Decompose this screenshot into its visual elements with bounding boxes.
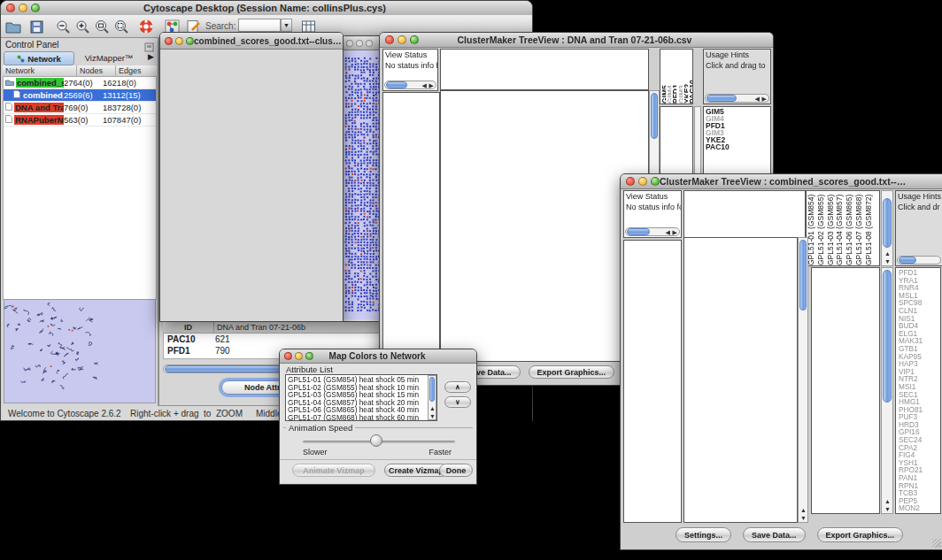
zoom-selected-button[interactable] <box>91 17 112 36</box>
open-file-button[interactable] <box>3 17 24 36</box>
scroll-up-icon[interactable]: ▲ <box>884 498 891 504</box>
attribute-list-scrollbar[interactable]: ▲ ▼ <box>428 375 436 420</box>
network-table-row[interactable]: combined_sco 2569(6) 13112(15) <box>4 89 156 102</box>
close-icon[interactable] <box>6 4 15 12</box>
tv2-zoom-scrollbar[interactable]: ▲ ▼ <box>881 267 893 514</box>
scroll-up-icon[interactable]: ▲ <box>884 250 891 257</box>
tv2-status-scrollbar[interactable]: ◀ ▶ <box>625 227 680 236</box>
tv2-column-label[interactable]: GPL51-02 (GSM855) <box>816 191 826 265</box>
tv1-action-button[interactable]: Export Graphics... <box>529 365 615 379</box>
tv2-action-button[interactable]: Export Graphics... <box>817 527 904 542</box>
scroll-up-icon[interactable]: ▲ <box>429 405 436 411</box>
tv1-row-dendrogram[interactable] <box>382 92 440 362</box>
col-header-edges[interactable]: Edges <box>116 65 157 76</box>
zoom-window-icon[interactable] <box>31 4 40 12</box>
zoom-window-icon[interactable] <box>651 177 660 186</box>
scroll-down-icon[interactable]: ▼ <box>429 413 436 419</box>
zoom-out-button[interactable] <box>52 17 73 36</box>
scroll-up-icon[interactable]: ▲ <box>800 507 807 513</box>
tv1-column-label[interactable]: GIM3 <box>677 50 683 104</box>
minimize-icon[interactable] <box>398 35 406 44</box>
tv2-column-label[interactable]: GPL51-03 (GSM856) <box>826 191 836 265</box>
close-icon[interactable] <box>284 352 292 360</box>
help-button[interactable] <box>135 17 157 36</box>
scroll-left-icon[interactable]: ◀ <box>755 96 760 102</box>
tv2-row-dendrogram-canvas[interactable] <box>624 241 681 522</box>
network-overview-panel[interactable] <box>4 299 156 403</box>
scroll-down-icon[interactable]: ▼ <box>884 506 891 512</box>
network-view-canvas[interactable] <box>162 50 341 320</box>
scroll-right-icon[interactable]: ▶ <box>673 229 677 235</box>
dialog-titlebar[interactable]: Map Colors to Network <box>280 349 476 364</box>
tv2-status-scroll-thumb[interactable] <box>627 228 650 235</box>
tv2-usage-scroll-thumb[interactable] <box>899 257 916 264</box>
tv1-column-dendrogram[interactable] <box>440 49 649 90</box>
tv1-column-label[interactable]: PFD1 <box>671 50 676 104</box>
search-input[interactable] <box>238 19 281 32</box>
tv1-column-dendrogram-canvas[interactable] <box>441 50 648 89</box>
search-dropdown-button[interactable]: ▼ <box>281 19 292 32</box>
minimize-icon[interactable] <box>19 4 27 12</box>
tv2-vscrollbar[interactable]: ▲ ▼ <box>798 237 808 523</box>
tv2-usage-scrollbar[interactable] <box>897 256 941 265</box>
tv2-column-label[interactable]: GPL51-08 (GSM872) <box>864 191 874 265</box>
tv1-column-label[interactable]: PAC10 <box>688 50 693 104</box>
data-col-id[interactable]: ID <box>163 322 214 333</box>
tab-vizmapper[interactable]: VizMapper™ <box>74 51 143 64</box>
minimize-icon[interactable] <box>295 352 303 360</box>
speed-slider-thumb[interactable] <box>370 434 382 447</box>
zoom-window-icon[interactable] <box>366 40 373 47</box>
tv2-row-dendrogram[interactable] <box>623 240 682 523</box>
zoom-window-icon[interactable] <box>186 37 194 45</box>
treeview2-titlebar[interactable]: ClusterMaker TreeView : combined_scores_… <box>621 174 942 189</box>
network-table-row[interactable]: DNA and Tran 07 769(0) 183728(0) <box>4 102 156 114</box>
network-overview-canvas[interactable] <box>4 300 155 403</box>
col-header-network[interactable]: Network <box>3 65 77 76</box>
tv2-heatmap[interactable] <box>683 237 798 523</box>
scroll-left-icon[interactable]: ◀ <box>666 229 670 235</box>
zoom-fit-button[interactable] <box>111 17 132 36</box>
tv2-column-label[interactable]: GPL51-07 (GSM868) <box>854 191 864 265</box>
tv1-usage-scroll-thumb[interactable] <box>706 95 737 102</box>
scroll-right-icon[interactable]: ▶ <box>429 82 434 88</box>
close-icon[interactable] <box>385 35 394 44</box>
tv2-zoom-view[interactable] <box>811 267 880 514</box>
tv1-status-scrollbar[interactable]: ◀ ▶ <box>384 81 436 89</box>
attribute-list[interactable]: GPL51-01 (GSM854) heat shock 05 minGPL51… <box>285 374 437 421</box>
network2-titlebar[interactable] <box>343 36 384 50</box>
tv1-heatmap[interactable] <box>440 90 649 362</box>
tv1-usage-scrollbar[interactable]: ◀ ▶ <box>705 94 769 103</box>
network-view-titlebar[interactable]: combined_scores_good.txt--cluste... <box>160 33 343 50</box>
network-table-row[interactable]: RNAPuberNov2+I 563(0) 107847(0) <box>4 114 156 127</box>
tv1-heatmap-canvas[interactable] <box>441 91 648 361</box>
close-icon[interactable] <box>346 40 353 47</box>
minimize-icon[interactable] <box>638 177 647 186</box>
tab-overflow-arrow[interactable]: ▶ <box>148 52 154 61</box>
scroll-right-icon[interactable]: ▶ <box>762 96 767 102</box>
resize-grip[interactable] <box>932 539 941 548</box>
save-button[interactable] <box>26 17 47 36</box>
tv2-gene-label[interactable]: MON2 <box>899 504 938 512</box>
tv2-zoom-view-canvas[interactable] <box>812 268 879 513</box>
tv1-column-label[interactable]: YKE2 <box>683 50 688 104</box>
zoom-window-icon[interactable] <box>410 35 419 44</box>
tv2-collabel-scroll-thumb[interactable] <box>883 198 892 248</box>
tv1-row-dendrogram-canvas[interactable] <box>383 93 439 361</box>
tab-network[interactable]: Network <box>4 51 74 65</box>
tv2-column-dendrogram[interactable] <box>683 190 806 238</box>
attribute-list-item[interactable]: GPL51-07 (GSM868) heat shock 60 min <box>288 414 435 421</box>
treeview1-titlebar[interactable]: ClusterMaker TreeView : DNA and Tran 07-… <box>380 33 773 48</box>
tv2-collabel-scrollbar[interactable]: ▲ ▼ <box>881 190 893 266</box>
tv1-zoom-matrix[interactable] <box>660 107 693 149</box>
scroll-down-icon[interactable]: ▼ <box>800 515 807 521</box>
tv2-heatmap-canvas[interactable] <box>684 238 797 522</box>
col-header-nodes[interactable]: Nodes <box>77 65 116 76</box>
tv2-column-label[interactable]: GPL51-04 (GSM857) <box>835 191 845 265</box>
tv2-zoom-scroll-thumb[interactable] <box>883 270 892 403</box>
animate-vizmap-button[interactable]: Animate Vizmap <box>292 464 375 477</box>
tv1-vscroll-thumb[interactable] <box>651 93 658 139</box>
minimize-icon[interactable] <box>175 37 183 45</box>
done-button[interactable]: Done <box>439 464 473 477</box>
attribute-list-scroll-thumb[interactable] <box>429 377 435 402</box>
tv2-column-dendrogram-canvas[interactable] <box>684 191 805 237</box>
